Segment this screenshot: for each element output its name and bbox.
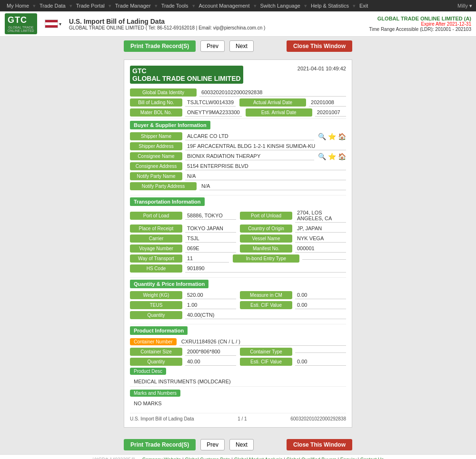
actual-arrival-value: 20201008 bbox=[309, 98, 346, 107]
nav-exit[interactable]: Exit bbox=[357, 0, 371, 11]
bottom-print-button[interactable]: Print Trade Record(S) bbox=[124, 439, 196, 450]
actual-arrival-label: Actual Arrival Date bbox=[239, 98, 306, 107]
us-flag bbox=[45, 20, 58, 28]
nav-trade-portal[interactable]: Trade Portal bbox=[73, 0, 108, 11]
nav-trade-manager[interactable]: Trade Manager bbox=[112, 0, 154, 11]
country-of-origin-label: Country of Origin bbox=[240, 225, 292, 233]
record-card: GTC GLOBAL TRADE ONLINE LIMITED 2021-04-… bbox=[124, 59, 352, 428]
buyer-supplier-section: Buyer & Supplier Information Shipper Nam… bbox=[130, 121, 346, 190]
flag-dropdown[interactable]: ▾ bbox=[59, 21, 61, 27]
footer-left: U.S. Import Bill of Lading Data bbox=[130, 416, 194, 421]
teus-label: TEUS bbox=[130, 301, 182, 309]
nav-trade-data[interactable]: Trade Data bbox=[37, 0, 69, 11]
product-desc-label: Product Desc bbox=[130, 368, 166, 375]
bottom-prev-button[interactable]: Prev bbox=[200, 439, 225, 450]
footer-link-buyers[interactable]: Global Qualified Buyers bbox=[287, 457, 337, 459]
notify-party-address-label: Notify Party Address bbox=[130, 182, 197, 190]
global-data-identity-row: Global Data Identity 6003202010220002928… bbox=[130, 88, 346, 97]
weight-kg-label: Weight (KG) bbox=[130, 291, 182, 299]
bol-row: Bill of Lading No. TSJLTCLW0014339 Actua… bbox=[130, 98, 346, 107]
record-footer: U.S. Import Bill of Lading Data 1 / 1 60… bbox=[130, 413, 346, 421]
prev-button[interactable]: Prev bbox=[200, 40, 225, 52]
manifest-no-value: 000001 bbox=[295, 244, 346, 253]
footer-link-market[interactable]: Global Market Analysis bbox=[234, 457, 283, 459]
esti-arrival-value: 20201007 bbox=[315, 108, 346, 117]
container-number-value: CXRU1184926 (CN / L / ) bbox=[179, 338, 346, 346]
record-logo: GTC GLOBAL TRADE ONLINE LIMITED bbox=[130, 66, 243, 84]
country-of-origin-value: JP, JAPAN bbox=[295, 225, 346, 233]
consignee-address-label: Consignee Address bbox=[130, 162, 182, 170]
next-button[interactable]: Next bbox=[229, 40, 254, 52]
way-of-transport-row: Way of Transport 11 In-bond Entry Type bbox=[130, 254, 346, 263]
container-type-label: Container Type bbox=[240, 348, 292, 356]
expire-date: Expire After 2021-12-31 bbox=[369, 21, 471, 27]
footer-page: 1 / 1 bbox=[238, 416, 247, 421]
weight-kg-row: Weight (KG) 520.00 Measure in CM 0.00 bbox=[130, 291, 346, 299]
consignee-star-icon[interactable]: ⭐ bbox=[328, 153, 336, 160]
header-subtitle: GLOBAL TRADE ONLINE LIMITED ( Tel: 86-51… bbox=[69, 25, 266, 30]
record-timestamp: 2021-04-01 10:49:42 bbox=[298, 66, 346, 84]
port-of-load-row: Port of Load 58886, TOKYO Port of Unload… bbox=[130, 209, 346, 223]
measure-in-cm-value: 0.00 bbox=[295, 291, 346, 299]
flag-area[interactable]: ▾ bbox=[45, 20, 61, 28]
footer-link-company[interactable]: Company Website bbox=[142, 457, 181, 459]
user-label: Milly bbox=[457, 3, 468, 9]
bol-no-value: TSJLTCLW0014339 bbox=[185, 98, 236, 107]
place-of-receipt-label: Place of Receipt bbox=[130, 225, 182, 233]
quantity-value: 40.00(CTN) bbox=[185, 311, 346, 319]
shipper-home-icon[interactable]: 🏠 bbox=[338, 133, 346, 140]
bottom-next-button[interactable]: Next bbox=[229, 439, 254, 450]
icp-number: 沪ICP备14033305号 bbox=[92, 457, 136, 459]
marks-value: NO MARKS bbox=[130, 399, 346, 408]
esti-cif-value-label: Esti. CIF Value bbox=[240, 301, 292, 309]
carrier-row: Carrier TSJL Vessel Name NYK VEGA bbox=[130, 234, 346, 243]
transport-section: Transportation Information Port of Load … bbox=[130, 197, 346, 273]
nav-account-management[interactable]: Account Management bbox=[196, 0, 253, 11]
user-dropdown-icon[interactable]: ▾ bbox=[469, 3, 472, 9]
consignee-search-icon[interactable]: 🔍 bbox=[318, 153, 326, 160]
nav-trade-tools[interactable]: Trade Tools bbox=[159, 0, 191, 11]
container-number-row: Container Number CXRU1184926 (CN / L / ) bbox=[130, 338, 346, 346]
logo-subtitle: GLOBAL TRADEONLINE LIMITED bbox=[8, 26, 34, 32]
page-footer: 沪ICP备14033305号 Company Website | Global … bbox=[0, 454, 476, 459]
port-of-unload-value: 2704, LOS ANGELES, CA bbox=[295, 209, 346, 223]
place-of-receipt-value: TOKYO JAPAN bbox=[185, 225, 236, 233]
container-size-label: Container Size bbox=[130, 348, 182, 356]
notify-party-name-label: Notify Party Name bbox=[130, 172, 182, 180]
measure-in-cm-label: Measure in CM bbox=[240, 291, 292, 299]
record-header: GTC GLOBAL TRADE ONLINE LIMITED 2021-04-… bbox=[130, 66, 346, 84]
logo-area: GTC GLOBAL TRADEONLINE LIMITED bbox=[5, 13, 37, 34]
footer-link-contact[interactable]: Contact Us bbox=[360, 457, 384, 459]
shipper-address-row: Shipper Address 19F ARCACENTRAL BLDG 1-2… bbox=[130, 142, 346, 150]
consignee-name-value: BIONIX RADIATION THERAPY bbox=[185, 152, 314, 160]
product-esti-cif-label: Esti. CIF Value bbox=[240, 358, 292, 366]
close-button[interactable]: Close This Window bbox=[287, 40, 352, 52]
master-bol-label: Mater BOL No. bbox=[130, 108, 182, 117]
consignee-address-value: 5154 ENTERPRISE BLVD bbox=[185, 162, 346, 170]
product-header: Product Information bbox=[130, 326, 188, 335]
bottom-close-button[interactable]: Close This Window bbox=[287, 439, 352, 450]
nav-help-statistics[interactable]: Help & Statistics bbox=[308, 0, 352, 11]
way-of-transport-value: 11 bbox=[185, 254, 229, 263]
nav-my-home[interactable]: My Home bbox=[4, 0, 32, 11]
shipper-star-icon[interactable]: ⭐ bbox=[328, 133, 336, 140]
esti-cif-value-value: 0.00 bbox=[295, 301, 346, 309]
esti-arrival-label: Esti. Arrival Date bbox=[246, 108, 312, 117]
record-logo-box: GTC GLOBAL TRADE ONLINE LIMITED bbox=[130, 66, 243, 84]
way-of-transport-label: Way of Transport bbox=[130, 254, 182, 263]
shipper-search-icon[interactable]: 🔍 bbox=[318, 133, 326, 140]
master-bol-row: Mater BOL No. ONEYTY9MA2233300 Esti. Arr… bbox=[130, 108, 346, 117]
footer-link-customs[interactable]: Global Customs Data bbox=[185, 457, 230, 459]
shipper-name-label: Shipper Name bbox=[130, 132, 182, 140]
nav-switch-language[interactable]: Switch Language bbox=[258, 0, 303, 11]
product-quantity-label: Quantity bbox=[130, 358, 182, 366]
inbond-entry-value bbox=[302, 257, 346, 260]
consignee-home-icon[interactable]: 🏠 bbox=[338, 153, 346, 160]
header-right: GLOBAL TRADE ONLINE LIMITED (A) Expire A… bbox=[369, 16, 471, 32]
footer-link-enquiry[interactable]: Enquiry bbox=[340, 457, 357, 459]
carrier-value: TSJL bbox=[185, 234, 236, 243]
company-name: GLOBAL TRADE ONLINE LIMITED (A) bbox=[369, 16, 471, 21]
shipper-name-value: ALCARE CO LTD bbox=[185, 132, 314, 140]
shipper-address-value: 19F ARCACENTRAL BLDG 1-2-1 KINSHI SUMIDA… bbox=[185, 142, 346, 150]
print-button[interactable]: Print Trade Record(S) bbox=[124, 40, 196, 52]
